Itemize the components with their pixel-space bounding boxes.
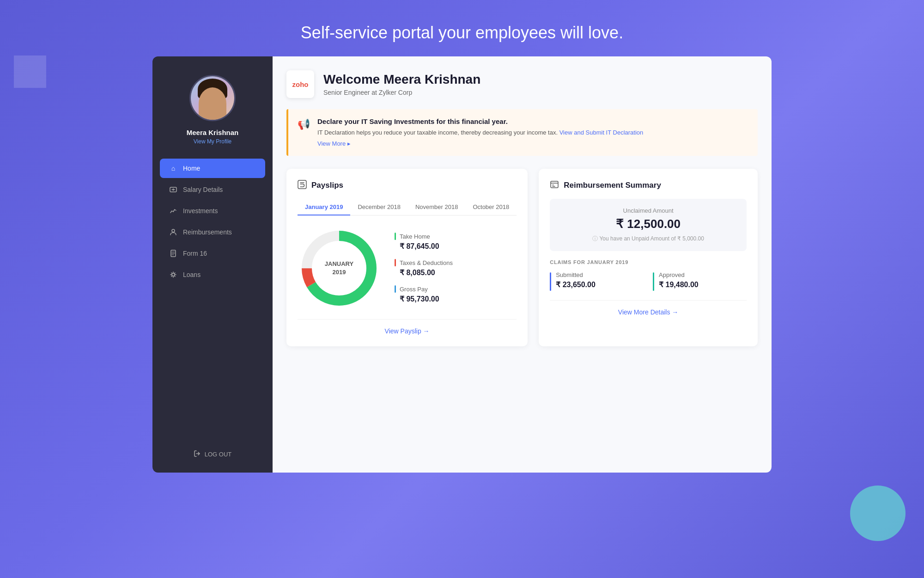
reimbursement-card-footer: View More Details → (550, 300, 747, 316)
claim-approved: Approved ₹ 19,480.00 (653, 271, 747, 291)
welcome-text: Welcome Meera Krishnan Senior Engineer a… (323, 72, 480, 96)
main-content: zoho Welcome Meera Krishnan Senior Engin… (273, 56, 772, 473)
sidebar-item-loans[interactable]: Loans (160, 265, 265, 284)
reimbursements-icon (169, 228, 177, 236)
loans-icon (169, 271, 177, 279)
stat-take-home: Take Home ₹ 87,645.00 (395, 233, 517, 251)
investments-icon (169, 207, 177, 215)
reimbursement-title-text: Reimbursement Summary (564, 181, 661, 190)
zoho-logo-text: zoho (292, 80, 309, 88)
claims-title: CLAIMS FOR JANUARY 2019 (550, 259, 747, 265)
reimbursement-card-title: Reimbursement Summary (550, 180, 747, 191)
welcome-header: zoho Welcome Meera Krishnan Senior Engin… (286, 70, 758, 98)
announcement-banner: 📢 Declare your IT Saving Investments for… (286, 109, 758, 156)
submitted-label: Submitted (556, 271, 596, 278)
approved-bar (653, 272, 654, 291)
tab-january-2019[interactable]: January 2019 (298, 199, 350, 215)
logout-button[interactable]: LOG OUT (194, 436, 232, 473)
tab-october-2018[interactable]: October 2018 (465, 199, 517, 215)
payslip-card-footer: View Payslip → (298, 319, 517, 335)
avatar-image (191, 76, 234, 120)
bg-blob-white (14, 55, 46, 88)
reimbursement-icon (550, 180, 559, 191)
unpaid-note: ⓘ You have an Unpaid Amount of ₹ 5,000.0… (558, 235, 738, 243)
pay-stats: Take Home ₹ 87,645.00 Taxes & Deductions… (395, 233, 517, 303)
taxes-bar (395, 259, 396, 266)
sidebar-item-reimbursements-label: Reimbursements (183, 228, 232, 236)
claim-submitted: Submitted ₹ 23,650.00 (550, 271, 644, 291)
take-home-label: Take Home (400, 233, 430, 240)
payslips-title-text: Payslips (311, 181, 343, 190)
avatar-face (199, 87, 226, 120)
svg-rect-9 (551, 181, 558, 188)
reimbursement-card: Reimbursement Summary Unclaimed Amount ₹… (539, 169, 758, 346)
logout-icon (194, 450, 201, 459)
take-home-value: ₹ 87,645.00 (395, 242, 517, 251)
banner-view-more-link[interactable]: View More ▸ (317, 140, 351, 147)
welcome-subtitle: Senior Engineer at Zylker Corp (323, 89, 480, 96)
rupee-icon (298, 180, 307, 191)
sidebar-item-loans-label: Loans (183, 271, 201, 278)
payslip-tabs: January 2019 December 2018 November 2018… (298, 199, 517, 215)
donut-chart: JANUARY 2019 (298, 227, 381, 310)
sidebar-item-home-label: Home (183, 165, 200, 172)
welcome-title: Welcome Meera Krishnan (323, 72, 480, 87)
submitted-value: ₹ 23,650.00 (556, 280, 596, 289)
svg-rect-4 (298, 180, 306, 189)
megaphone-icon: 📢 (298, 118, 310, 130)
approved-info: Approved ₹ 19,480.00 (659, 271, 699, 289)
bg-blob-teal (850, 486, 906, 541)
cards-row: Payslips January 2019 December 2018 Nove… (286, 169, 758, 346)
it-declaration-link[interactable]: View and Submit IT Declaration (559, 129, 644, 136)
sidebar-item-home[interactable]: ⌂ Home (160, 159, 265, 178)
page-headline: Self-service portal your employees will … (0, 0, 924, 56)
banner-desc-text: IT Declaration helps you reduce your tax… (317, 129, 558, 136)
gross-label: Gross Pay (400, 286, 428, 293)
claims-row: Submitted ₹ 23,650.00 Approved ₹ 19,480.… (550, 271, 747, 291)
approved-label: Approved (659, 271, 699, 278)
tab-december-2018[interactable]: December 2018 (350, 199, 408, 215)
view-more-details-link[interactable]: View More Details → (618, 308, 678, 316)
sidebar-item-salary-label: Salary Details (183, 186, 223, 193)
payslip-body: JANUARY 2019 Take Home ₹ 87,645.00 (298, 227, 517, 310)
svg-point-3 (172, 273, 175, 276)
unpaid-note-text: You have an Unpaid Amount of ₹ 5,000.00 (599, 235, 704, 242)
sidebar-item-form16-label: Form 16 (183, 250, 207, 257)
view-payslip-link[interactable]: View Payslip → (385, 327, 430, 335)
sidebar-item-reimbursements[interactable]: Reimbursements (160, 222, 265, 242)
avatar (189, 75, 236, 121)
submitted-info: Submitted ₹ 23,650.00 (556, 271, 596, 289)
zoho-logo: zoho (286, 70, 314, 98)
form16-icon (169, 249, 177, 258)
unclaimed-box: Unclaimed Amount ₹ 12,500.00 ⓘ You have … (550, 199, 747, 251)
sidebar-item-investments[interactable]: Investments (160, 201, 265, 221)
donut-label: JANUARY 2019 (325, 259, 353, 276)
unclaimed-amount: ₹ 12,500.00 (558, 217, 738, 231)
svg-point-1 (172, 229, 175, 232)
logout-label: LOG OUT (205, 451, 232, 458)
taxes-label: Taxes & Deductions (400, 259, 453, 266)
main-container: Meera Krishnan View My Profile ⌂ Home Sa… (152, 56, 772, 473)
sidebar: Meera Krishnan View My Profile ⌂ Home Sa… (152, 56, 273, 473)
submitted-bar (550, 272, 551, 291)
banner-content: Declare your IT Saving Investments for t… (317, 117, 643, 148)
banner-title: Declare your IT Saving Investments for t… (317, 117, 643, 125)
take-home-bar (395, 233, 396, 240)
payslips-card: Payslips January 2019 December 2018 Nove… (286, 169, 528, 346)
unclaimed-label: Unclaimed Amount (558, 207, 738, 214)
banner-description: IT Declaration helps you reduce your tax… (317, 128, 643, 137)
view-profile-link[interactable]: View My Profile (194, 138, 231, 145)
home-icon: ⌂ (169, 164, 177, 172)
sidebar-nav: ⌂ Home Salary Details Investm (152, 159, 273, 286)
stat-gross: Gross Pay ₹ 95,730.00 (395, 285, 517, 303)
payslips-card-title: Payslips (298, 180, 517, 191)
approved-value: ₹ 19,480.00 (659, 280, 699, 289)
gross-value: ₹ 95,730.00 (395, 295, 517, 303)
gross-bar (395, 285, 396, 293)
user-name: Meera Krishnan (187, 129, 239, 136)
sidebar-item-salary[interactable]: Salary Details (160, 180, 265, 199)
tab-november-2018[interactable]: November 2018 (408, 199, 466, 215)
sidebar-item-form16[interactable]: Form 16 (160, 244, 265, 263)
taxes-value: ₹ 8,085.00 (395, 268, 517, 277)
stat-taxes: Taxes & Deductions ₹ 8,085.00 (395, 259, 517, 277)
